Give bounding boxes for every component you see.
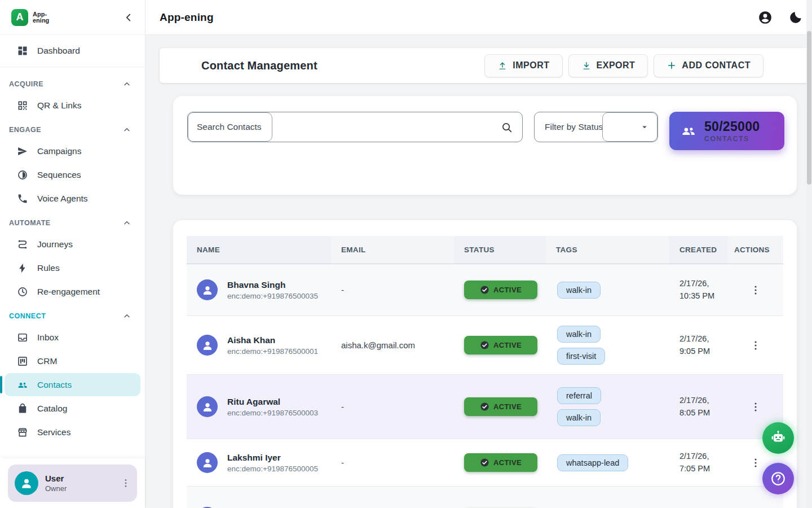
status-label: ACTIVE	[493, 341, 522, 349]
created-cell: 2/17/26,9:05 PM	[669, 333, 727, 357]
section-header-connect[interactable]: CONNECT	[0, 304, 145, 325]
user-name: User	[45, 474, 67, 483]
sidebar-item-contacts[interactable]: Contacts	[5, 373, 140, 396]
search-input[interactable]	[188, 122, 501, 132]
name-block: Ritu Agarwalenc:demo:+919876500003	[227, 397, 318, 417]
row-actions-dots-icon[interactable]	[749, 457, 762, 469]
sidebar-item-inbox[interactable]: Inbox	[5, 326, 140, 349]
email-cell: -	[331, 285, 454, 295]
logo-row: A App- ening	[0, 0, 145, 35]
created-time: 10:35 PM	[679, 290, 727, 302]
sidebar-item-journeys[interactable]: Journeys	[5, 233, 140, 256]
status-cell: ACTIVE	[454, 281, 546, 299]
email-cell: aisha.k@gmail.com	[331, 340, 454, 350]
sidebar-item-qr-links[interactable]: QR & Links	[5, 94, 140, 117]
status-filter-label: Filter by Status	[535, 122, 603, 132]
section-header-engage[interactable]: ENGAGE	[0, 117, 145, 139]
sidebar-item-voice-agents[interactable]: Voice Agents	[5, 187, 140, 210]
tags-cell: referralwalk-in	[546, 382, 669, 432]
name-cell: Ritu Agarwalenc:demo:+919876500003	[187, 396, 331, 417]
dark-mode-moon-icon[interactable]	[788, 10, 803, 25]
sidebar-item-dashboard[interactable]: Dashboard	[5, 39, 140, 62]
export-button[interactable]: EXPORT	[568, 54, 648, 77]
tags-cell: walk-infirst-visit	[546, 320, 669, 370]
name-cell: Bhavna Singhenc:demo:+919876500035	[187, 279, 331, 300]
user-card[interactable]: User Owner	[8, 465, 137, 502]
status-label: ACTIVE	[493, 402, 522, 411]
sidebar-item-catalog[interactable]: Catalog	[5, 397, 140, 420]
person-icon	[19, 476, 34, 491]
contact-name: Bhavna Singh	[227, 280, 318, 290]
caret-down-icon	[639, 122, 650, 132]
section-header-acquire[interactable]: ACQUIRE	[0, 72, 145, 93]
contact-name: Aisha Khan	[227, 335, 318, 345]
scrollbar-thumb[interactable]	[807, 31, 811, 185]
check-circle-icon	[480, 402, 489, 411]
sidebar-collapse-icon[interactable]	[122, 11, 135, 24]
logo-text-line1: App-	[33, 11, 49, 17]
kanban-icon	[17, 356, 28, 367]
section-label: AUTOMATE	[9, 219, 51, 227]
row-actions-dots-icon[interactable]	[749, 401, 762, 413]
people-icon	[17, 379, 28, 391]
contact-name: Lakshmi Iyer	[227, 453, 318, 463]
sidebar-item-label: Campaigns	[37, 146, 81, 156]
column-header-tags: TAGS	[546, 236, 669, 264]
section-label: ACQUIRE	[9, 80, 43, 88]
chevron-up-icon	[122, 125, 131, 134]
check-circle-icon	[480, 340, 489, 350]
sidebar-item-label: Rules	[37, 263, 60, 273]
sidebar-item-label: Catalog	[37, 404, 67, 414]
add-contact-button[interactable]: ADD CONTACT	[654, 54, 764, 77]
table-row: Bhavna Singhenc:demo:+919876500035-ACTIV…	[187, 264, 783, 316]
name-block: Bhavna Singhenc:demo:+919876500035	[227, 280, 318, 300]
status-badge[interactable]: ACTIVE	[464, 397, 537, 416]
status-badge[interactable]: ACTIVE	[464, 453, 537, 472]
section-header-automate[interactable]: AUTOMATE	[0, 211, 145, 232]
sidebar-item-label: Re-engagement	[37, 287, 100, 297]
actions-cell	[727, 401, 783, 413]
row-actions-dots-icon[interactable]	[749, 284, 762, 296]
sidebar-item-label: Services	[37, 427, 70, 437]
sidebar-item-campaigns[interactable]: Campaigns	[5, 139, 140, 163]
status-badge[interactable]: ACTIVE	[464, 336, 537, 354]
question-icon	[770, 470, 787, 487]
user-avatar	[15, 471, 38, 495]
email-cell: -	[331, 458, 454, 467]
main-content: Contact Management IMPORT EXPORT ADD CON…	[145, 35, 812, 508]
user-menu-dots-icon[interactable]	[120, 478, 131, 489]
sidebar-item-rules[interactable]: Rules	[5, 256, 140, 279]
contacts-counter-badge: 50/25000 CONTACTS	[669, 112, 784, 150]
created-cell: 2/17/26,7:05 PM	[669, 450, 727, 474]
sidebar: A App- ening DashboardACQUIREQR & LinksE…	[0, 0, 145, 508]
created-time: 8:05 PM	[679, 407, 727, 419]
sidebar-item-crm[interactable]: CRM	[5, 349, 140, 373]
section-label: CONNECT	[9, 312, 46, 320]
row-actions-dots-icon[interactable]	[749, 339, 762, 352]
sidebar-item-re-engagement[interactable]: Re-engagement	[5, 280, 140, 303]
table-body: Bhavna Singhenc:demo:+919876500035-ACTIV…	[187, 264, 783, 508]
person-icon	[201, 339, 214, 352]
status-filter-select[interactable]: Filter by Status	[534, 112, 658, 142]
page-scrollbar	[806, 0, 812, 508]
status-cell: ACTIVE	[454, 453, 546, 472]
sidebar-item-services[interactable]: Services	[5, 421, 140, 439]
email-cell: -	[331, 402, 454, 411]
chatbot-fab[interactable]	[762, 422, 794, 454]
status-cell: ACTIVE	[454, 336, 546, 354]
bolt-icon	[17, 262, 28, 274]
status-label: ACTIVE	[493, 286, 522, 294]
help-fab[interactable]	[762, 463, 794, 494]
search-icon[interactable]	[501, 121, 513, 133]
created-time: 9:05 PM	[679, 345, 727, 357]
sidebar-item-sequences[interactable]: Sequences	[5, 163, 140, 186]
section-title: Contact Management	[201, 59, 317, 72]
created-date: 2/17/26,	[679, 395, 727, 406]
counter-label: CONTACTS	[704, 135, 760, 143]
import-button[interactable]: IMPORT	[484, 54, 562, 77]
account-icon[interactable]	[758, 10, 773, 25]
status-badge[interactable]: ACTIVE	[464, 281, 537, 299]
filters-card: Filter by Status 50/25000 CONTACTS	[173, 96, 797, 195]
counter-value: 50/25000	[704, 119, 760, 134]
sidebar-item-label: Journeys	[37, 239, 73, 249]
